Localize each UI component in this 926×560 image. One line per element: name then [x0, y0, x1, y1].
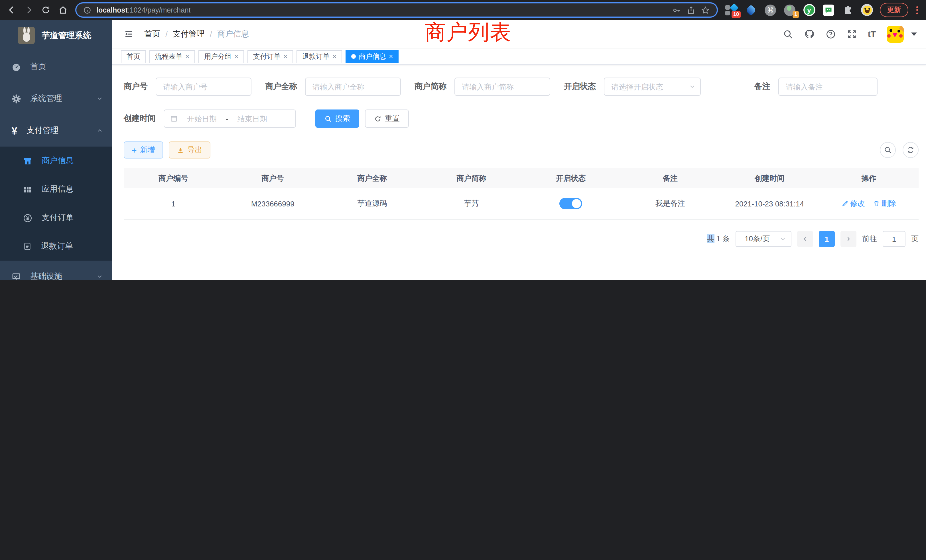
url-path: :1024/pay/merchant	[128, 6, 191, 14]
merchant-no-input[interactable]	[156, 77, 251, 96]
tab-merchant-info[interactable]: 商户信息 ×	[345, 50, 399, 63]
filter-row-1: 商户号 商户全称 商户简称 开启状态	[124, 77, 918, 96]
status-toggle[interactable]	[559, 198, 582, 209]
page-size-select[interactable]: 10条/页	[735, 231, 791, 247]
profile-avatar[interactable]	[861, 4, 873, 16]
github-icon[interactable]	[804, 29, 815, 39]
filter-label: 创建时间	[124, 114, 156, 124]
logo[interactable]: 芋道管理系统	[0, 20, 112, 51]
sidebar-item-pay[interactable]: ¥ 支付管理	[0, 115, 112, 147]
close-icon[interactable]: ×	[185, 53, 189, 60]
user-avatar[interactable]	[887, 26, 904, 42]
tab-home[interactable]: 首页	[121, 50, 146, 63]
add-button-label: 新增	[140, 145, 155, 155]
ext-jam-icon[interactable]: 10	[725, 4, 738, 16]
table-header-row: 商户编号 商户号 商户全称 商户简称 开启状态 备注 创建时间 操作	[124, 168, 918, 188]
cell-merchant-id: 1	[124, 199, 223, 208]
cell-merchant-no: M233666999	[223, 199, 323, 208]
home-icon[interactable]	[58, 5, 68, 15]
ext-command-icon[interactable]: ⌘	[764, 4, 776, 16]
sidebar-item-app-info[interactable]: 应用信息	[0, 175, 112, 204]
show-search-button[interactable]	[880, 142, 896, 158]
close-icon[interactable]: ×	[333, 53, 336, 60]
edit-link-label: 修改	[850, 198, 865, 209]
forward-icon[interactable]	[24, 5, 34, 15]
sidebar-item-merchant-info[interactable]: 商户信息	[0, 147, 112, 175]
chrome-menu-icon[interactable]	[915, 6, 919, 14]
reload-icon[interactable]	[41, 5, 51, 15]
help-icon[interactable]	[826, 29, 836, 39]
edit-icon	[841, 200, 849, 207]
close-icon[interactable]: ×	[235, 53, 238, 60]
page-1-button[interactable]: 1	[819, 231, 835, 247]
breadcrumb-home[interactable]: 首页	[144, 29, 160, 39]
edit-link[interactable]: 修改	[841, 198, 865, 209]
extensions-puzzle-icon[interactable]	[841, 4, 854, 16]
ext-kite-icon[interactable]	[745, 4, 757, 16]
date-range-picker[interactable]: -	[163, 109, 296, 128]
close-icon[interactable]: ×	[283, 53, 287, 60]
filter-label: 商户号	[124, 82, 148, 92]
back-icon[interactable]	[7, 5, 17, 15]
avatar-caret-icon[interactable]	[911, 32, 917, 36]
next-page-button[interactable]	[840, 231, 856, 247]
full-name-input[interactable]	[305, 77, 401, 96]
hamburger-icon[interactable]	[121, 29, 136, 39]
table-toolbar: + 新增 导出	[124, 141, 918, 159]
add-button[interactable]: + 新增	[124, 141, 163, 159]
download-icon	[177, 146, 184, 154]
remark-input[interactable]	[778, 77, 878, 96]
search-button[interactable]: 搜索	[315, 109, 359, 128]
chrome-update-button[interactable]: 更新	[880, 3, 908, 17]
bookmark-star-icon[interactable]	[701, 5, 710, 15]
password-key-icon[interactable]	[672, 5, 681, 15]
search-icon[interactable]	[783, 29, 793, 39]
col-header: 备注	[621, 173, 720, 183]
ext-badge-1: 1	[793, 11, 799, 18]
refresh-table-button[interactable]	[903, 142, 918, 158]
reset-button[interactable]: 重置	[365, 109, 409, 128]
site-info-icon[interactable]	[83, 6, 91, 14]
ext-chat-icon[interactable]	[822, 4, 835, 16]
dashboard-icon	[11, 62, 21, 71]
close-icon[interactable]: ×	[389, 53, 393, 60]
prev-page-button[interactable]	[797, 231, 813, 247]
sidebar-item-infra[interactable]: 基础设施	[0, 260, 112, 280]
sidebar-item-home[interactable]: 首页	[0, 51, 112, 83]
delete-link[interactable]: 删除	[873, 198, 896, 209]
sidebar-item-label: 应用信息	[42, 184, 74, 194]
breadcrumb-pay[interactable]: 支付管理	[173, 29, 205, 39]
share-icon[interactable]	[687, 5, 696, 15]
tab-process-form[interactable]: 流程表单 ×	[150, 50, 195, 63]
ext-y-icon[interactable]: y	[803, 4, 816, 16]
yen-circle-icon	[23, 213, 32, 223]
url-bar[interactable]: localhost:1024/pay/merchant	[75, 2, 718, 18]
filter-short-name: 商户简称	[415, 77, 550, 96]
page-size-value: 10条/页	[745, 234, 770, 244]
extensions-row: 10 ⌘ 1 y 更新	[725, 3, 919, 17]
fullscreen-icon[interactable]	[847, 29, 857, 39]
font-size-icon[interactable]: tT	[868, 29, 876, 39]
tab-refund-order[interactable]: 退款订单 ×	[297, 50, 342, 63]
status-select[interactable]	[604, 77, 701, 96]
sidebar-item-refund-order[interactable]: 退款订单	[0, 232, 112, 260]
ext-recorder-icon[interactable]: 1	[784, 4, 796, 16]
reset-button-label: 重置	[385, 114, 400, 124]
short-name-input[interactable]	[454, 77, 550, 96]
merchant-table: 商户编号 商户号 商户全称 商户简称 开启状态 备注 创建时间 操作 1 M23…	[124, 168, 918, 219]
sidebar-item-system[interactable]: 系统管理	[0, 83, 112, 115]
end-date-input[interactable]	[231, 114, 274, 123]
filter-row-2: 创建时间 - 搜索	[124, 109, 918, 128]
start-date-input[interactable]	[180, 114, 224, 123]
sidebar-item-pay-order[interactable]: 支付订单	[0, 204, 112, 232]
sidebar-item-label: 基础设施	[30, 271, 62, 280]
grid-icon	[23, 185, 32, 194]
tab-pay-order[interactable]: 支付订单 ×	[247, 50, 293, 63]
goto-page-input[interactable]	[883, 231, 905, 247]
gear-icon	[11, 94, 21, 103]
filter-label: 备注	[754, 82, 770, 92]
col-header: 商户号	[223, 173, 323, 183]
tab-user-group[interactable]: 用户分组 ×	[198, 50, 244, 63]
pagination: 共 1 条 10条/页 1	[124, 231, 918, 247]
export-button[interactable]: 导出	[169, 141, 210, 159]
